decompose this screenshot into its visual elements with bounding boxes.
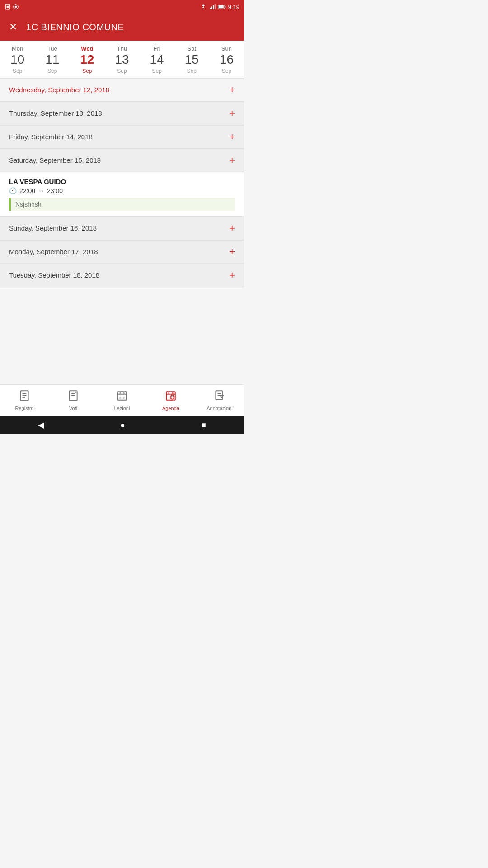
svg-point-4 <box>203 9 204 9</box>
header-title: 1C BIENNIO COMUNE <box>26 22 124 33</box>
voti-icon: 7+ <box>67 390 79 404</box>
agenda-day-header: Wednesday, September 12, 2018+ <box>0 78 244 102</box>
event-note: Nsjshhsh <box>9 198 235 211</box>
day-num: 11 <box>45 53 59 67</box>
agenda-day-section: Wednesday, September 12, 2018+ <box>0 78 244 102</box>
day-month: Sep <box>117 68 127 74</box>
back-button[interactable]: ◀ <box>38 420 44 430</box>
home-button[interactable]: ● <box>120 420 125 430</box>
agenda-day-header: Monday, September 17, 2018+ <box>0 240 244 264</box>
day-col-mon[interactable]: Mon 10 Sep <box>0 45 35 74</box>
agenda-day-header: Friday, September 14, 2018+ <box>0 125 244 149</box>
day-col-sat[interactable]: Sat 15 Sep <box>174 45 209 74</box>
day-month: Sep <box>222 68 231 74</box>
agenda-day-section: Friday, September 14, 2018+ <box>0 125 244 149</box>
nav-label-annotazioni: Annotazioni <box>206 406 233 411</box>
svg-rect-5 <box>210 8 211 9</box>
close-button[interactable]: ✕ <box>9 21 17 33</box>
system-nav: ◀ ● ■ <box>0 416 244 434</box>
day-num: 16 <box>220 53 234 67</box>
add-event-button[interactable]: + <box>229 270 235 280</box>
add-event-button[interactable]: + <box>229 223 235 233</box>
day-col-fri[interactable]: Fri 14 Sep <box>140 45 174 74</box>
day-name: Mon <box>12 45 23 52</box>
day-col-tue[interactable]: Tue 11 Sep <box>35 45 70 74</box>
nav-label-agenda: Agenda <box>162 406 179 411</box>
agenda-day-section: Monday, September 17, 2018+ <box>0 240 244 264</box>
day-name: Sun <box>221 45 232 52</box>
agenda-icon: 12 <box>165 390 177 404</box>
status-bar: 9:19 <box>0 0 244 14</box>
day-name: Sat <box>188 45 197 52</box>
agenda-day-label: Friday, September 14, 2018 <box>9 133 93 141</box>
status-time: 9:19 <box>228 4 239 10</box>
day-name: Tue <box>47 45 57 52</box>
day-num: 15 <box>185 53 199 67</box>
agenda-day-label: Saturday, September 15, 2018 <box>9 156 101 164</box>
svg-text:12: 12 <box>171 396 174 399</box>
nav-item-agenda[interactable]: 12Agenda <box>146 390 195 411</box>
add-event-button[interactable]: + <box>229 156 235 165</box>
day-col-sun[interactable]: Sun 16 Sep <box>209 45 244 74</box>
agenda-day-section: Sunday, September 16, 2018+ <box>0 217 244 240</box>
day-name: Wed <box>81 45 93 52</box>
agenda-day-header: Tuesday, September 18, 2018+ <box>0 264 244 287</box>
add-event-button[interactable]: + <box>229 247 235 257</box>
day-col-thu[interactable]: Thu 13 Sep <box>104 45 139 74</box>
agenda-day-header: Thursday, September 13, 2018+ <box>0 102 244 125</box>
add-event-button[interactable]: + <box>229 85 235 95</box>
agenda-event[interactable]: LA VESPA GUIDO 🕙 22:00 → 23:00 Nsjshhsh <box>0 172 244 217</box>
agenda-day-label: Monday, September 17, 2018 <box>9 248 98 255</box>
nav-item-lezioni[interactable]: Lezioni <box>98 390 146 411</box>
day-name: Fri <box>154 45 160 52</box>
svg-rect-6 <box>211 6 212 9</box>
status-right-icons: 9:19 <box>200 4 239 10</box>
agenda-day-header: Sunday, September 16, 2018+ <box>0 217 244 240</box>
day-name: Thu <box>117 45 127 52</box>
status-left-icons <box>5 4 19 10</box>
svg-text:7+: 7+ <box>74 391 78 395</box>
add-event-button[interactable]: + <box>229 108 235 118</box>
event-end-time: 23:00 <box>47 187 63 194</box>
agenda-day-section: Thursday, September 13, 2018+ <box>0 102 244 125</box>
nav-item-voti[interactable]: 7+Voti <box>49 390 98 411</box>
annotazioni-icon <box>214 390 225 404</box>
recent-button[interactable]: ■ <box>201 420 206 430</box>
event-time: 🕙 22:00 → 23:00 <box>9 187 235 194</box>
day-col-wed[interactable]: Wed 12 Sep <box>70 45 104 74</box>
agenda-day-section: Saturday, September 15, 2018+ LA VESPA G… <box>0 149 244 217</box>
day-month: Sep <box>47 68 57 74</box>
day-num: 14 <box>150 53 164 67</box>
day-num: 10 <box>10 53 24 67</box>
lezioni-icon <box>116 390 128 404</box>
agenda-day-label: Wednesday, September 12, 2018 <box>9 86 109 94</box>
agenda-day-header: Saturday, September 15, 2018+ <box>0 149 244 172</box>
event-title: LA VESPA GUIDO <box>9 178 235 185</box>
day-month: Sep <box>82 68 92 74</box>
day-num: 13 <box>115 53 129 67</box>
svg-rect-8 <box>214 4 215 9</box>
agenda-day-section: Tuesday, September 18, 2018+ <box>0 264 244 287</box>
nav-item-annotazioni[interactable]: Annotazioni <box>195 390 244 411</box>
agenda-list[interactable]: Wednesday, September 12, 2018+Thursday, … <box>0 78 244 392</box>
nav-label-lezioni: Lezioni <box>114 406 130 411</box>
agenda-day-label: Thursday, September 13, 2018 <box>9 109 102 117</box>
agenda-day-label: Sunday, September 16, 2018 <box>9 224 97 232</box>
agenda-day-label: Tuesday, September 18, 2018 <box>9 271 99 279</box>
day-month: Sep <box>13 68 22 74</box>
nav-item-registro[interactable]: Registro <box>0 390 49 411</box>
svg-rect-1 <box>7 6 9 8</box>
nav-label-voti: Voti <box>69 406 77 411</box>
add-event-button[interactable]: + <box>229 132 235 142</box>
day-num: 12 <box>80 53 94 67</box>
day-month: Sep <box>187 68 197 74</box>
svg-rect-10 <box>218 5 223 8</box>
app-header: ✕ 1C BIENNIO COMUNE <box>0 14 244 41</box>
nav-label-registro: Registro <box>15 406 34 411</box>
bottom-nav: Registro7+VotiLezioni12AgendaAnnotazioni <box>0 384 244 416</box>
registro-icon <box>19 390 30 404</box>
svg-point-3 <box>15 6 17 8</box>
svg-rect-36 <box>216 391 222 400</box>
clock-icon: 🕙 <box>9 187 17 194</box>
svg-rect-7 <box>213 5 214 9</box>
